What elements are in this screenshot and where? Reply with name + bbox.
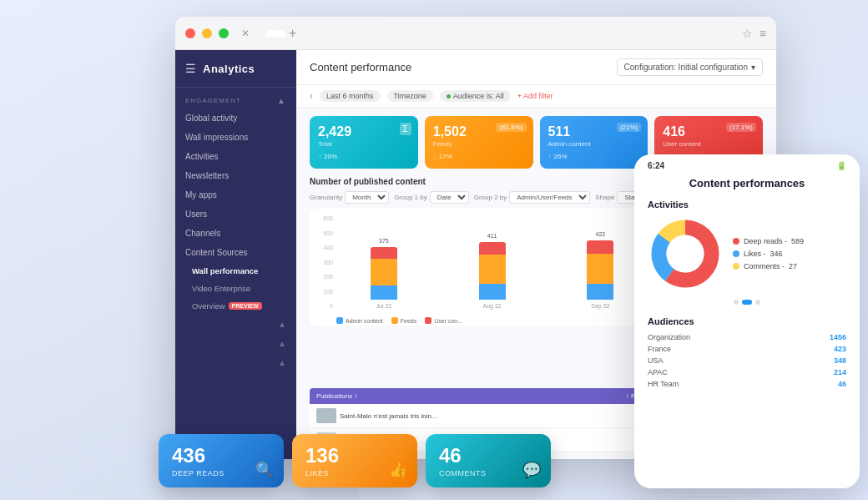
sidebar-collapse-btn[interactable]: ▲ xyxy=(175,315,296,334)
audience-hrteam-value: 46 xyxy=(838,380,846,388)
filter-bar: ‹ Last 6 months Timezone Audience is: Al… xyxy=(296,85,776,108)
minimize-dot[interactable] xyxy=(202,28,212,38)
browser-actions: ☆ ≡ xyxy=(742,27,766,40)
bottom-stat-deep-reads: 436 Deep Reads 🔍 xyxy=(159,434,284,487)
sidebar-title: Analytics xyxy=(203,63,255,75)
comments-icon: 💬 xyxy=(522,461,541,479)
mobile-battery-icon: 🔋 xyxy=(836,161,846,170)
stat-pct-feeds: (61.8%) xyxy=(496,123,526,132)
audience-row-org: Organization 1456 xyxy=(648,331,846,343)
mobile-status-bar: 6:24 🔋 xyxy=(634,154,860,174)
sidebar-item-newsletters[interactable]: Newsletters xyxy=(175,166,296,185)
chart-legend: Admin content Feeds User con... xyxy=(336,317,462,324)
filter-audience[interactable]: Audience is: All xyxy=(440,90,511,102)
sidebar-item-global-activity[interactable]: Global activity xyxy=(175,109,296,128)
sigma-icon: Σ xyxy=(400,123,411,135)
granularity-control: Granularity Month xyxy=(310,191,389,204)
stat-footer-feeds: ↓ 17% xyxy=(433,153,525,160)
svg-point-4 xyxy=(667,235,704,273)
chevron-down-icon: ▾ xyxy=(751,63,755,72)
config-button[interactable]: Configuration: Initial configuration ▾ xyxy=(617,58,763,76)
deep-reads-label: Deep reads - xyxy=(744,237,787,245)
mobile-activities-label: Activities xyxy=(634,196,860,213)
granularity-select[interactable]: Month xyxy=(345,191,389,204)
audience-usa-label: USA xyxy=(648,356,664,365)
group2-select[interactable]: Admin/User/Feeds xyxy=(509,191,590,204)
page-title: Content performance xyxy=(310,61,411,73)
arrow-down-icon: ↓ xyxy=(433,153,437,160)
sidebar-item-wall-impressions[interactable]: Wall impressions xyxy=(175,128,296,147)
close-dot[interactable] xyxy=(185,28,195,38)
stat-pct-admin: (21%) xyxy=(617,123,641,132)
bar-jul22: 375 Jul 22 xyxy=(336,238,431,309)
arrow-up-icon2: ↑ xyxy=(548,153,552,160)
comments-value: 27 xyxy=(789,262,797,270)
config-label: Configuration: Initial configuration xyxy=(624,63,748,72)
audience-row-hrteam: HR Team 46 xyxy=(648,378,846,390)
sidebar-collapse-btn2[interactable]: ▲ xyxy=(175,334,296,353)
section-collapse-icon[interactable]: ▲ xyxy=(277,96,286,105)
arrow-up-icon: ↑ xyxy=(318,153,321,160)
audience-row-apac: APAC 214 xyxy=(648,366,846,378)
table-text-1: Saint-Malo n'est jamais tris loin… xyxy=(340,412,616,420)
sidebar-collapse-btn3[interactable]: ▲ xyxy=(175,353,296,372)
audience-france-label: France xyxy=(648,345,671,353)
donut-chart xyxy=(648,216,723,291)
group1-control: Group 1 by Date xyxy=(394,191,469,204)
audience-org-label: Organization xyxy=(648,333,690,341)
likes-icon: 👍 xyxy=(389,461,407,479)
table-col-publications[interactable]: Publications ↕ xyxy=(316,392,616,400)
donut-container: Deep reads - 589 Likes - 346 Comments - … xyxy=(634,213,860,295)
maximize-dot[interactable] xyxy=(219,28,229,38)
stat-card-feeds: 1,502 Feeds (61.8%) ↓ 17% xyxy=(425,116,533,169)
deep-reads-value: 589 xyxy=(791,237,804,245)
filter-period[interactable]: Last 6 months xyxy=(320,90,381,102)
hamburger-icon[interactable]: ☰ xyxy=(185,62,196,75)
group2-control: Group 2 by Admin/User/Feeds xyxy=(474,191,591,204)
browser-chrome: ✕ + ☆ ≡ xyxy=(175,17,776,50)
sidebar-header: ☰ Analytics xyxy=(175,50,296,88)
sidebar-item-content-sources[interactable]: Content Sources xyxy=(175,243,296,262)
mobile-content-title: Content performances xyxy=(634,174,860,196)
audience-apac-value: 214 xyxy=(834,368,846,376)
sidebar-item-overview[interactable]: Overview PREVIEW xyxy=(175,297,296,315)
donut-legend: Deep reads - 589 Likes - 346 Comments - … xyxy=(733,237,804,270)
bar-stack-jul22 xyxy=(371,247,397,300)
mobile-card: 6:24 🔋 Content performances Activities D… xyxy=(634,154,860,488)
bar-aug22: 411 Aug 22 xyxy=(445,233,540,309)
add-filter-button[interactable]: + Add filter xyxy=(517,92,553,100)
sidebar-item-video-enterprise[interactable]: Video Enterprise xyxy=(175,280,296,297)
pagination-dot-3[interactable] xyxy=(755,300,760,305)
stat-number-total: 2,429 xyxy=(318,124,410,139)
filter-prev-icon[interactable]: ‹ xyxy=(310,90,313,102)
stat-card-admin: 511 Admin content (21%) ↑ 26% xyxy=(540,116,648,169)
sidebar-item-activities[interactable]: Activities xyxy=(175,147,296,166)
pagination-dot-1[interactable] xyxy=(734,300,739,305)
audiences-section: Audiences Organization 1456 France 423 U… xyxy=(634,310,860,396)
sidebar-item-channels[interactable]: Channels xyxy=(175,224,296,243)
sidebar-item-users[interactable]: Users xyxy=(175,205,296,224)
filter-timezone[interactable]: Timezone xyxy=(387,90,433,102)
mobile-time: 6:24 xyxy=(648,161,664,170)
sidebar-item-wall-performance[interactable]: Wall performance xyxy=(175,262,296,280)
legend-comments: Comments - 27 xyxy=(733,262,804,270)
sidebar-item-my-apps[interactable]: My apps xyxy=(175,185,296,205)
stat-label-total: Total xyxy=(318,140,410,148)
sidebar: ☰ Analytics ENGAGEMENT ▲ Global activity… xyxy=(175,50,296,459)
deep-reads-icon: 🔍 xyxy=(255,461,274,479)
pagination-dot-2[interactable] xyxy=(742,300,752,305)
new-tab-button[interactable]: + xyxy=(289,26,296,41)
comments-label: Comments - xyxy=(744,262,785,270)
stat-label-admin: Admin content xyxy=(548,140,640,148)
tab-close-icon[interactable]: ✕ xyxy=(239,27,252,40)
bookmark-icon[interactable]: ☆ xyxy=(742,27,753,40)
bar-stack-sep22 xyxy=(587,240,613,300)
stat-card-total: 2,429 Total Σ ↑ 20% xyxy=(310,116,418,169)
browser-menu-icon[interactable]: ≡ xyxy=(760,27,766,40)
preview-badge: PREVIEW xyxy=(229,302,262,310)
active-tab[interactable] xyxy=(265,30,285,37)
sidebar-section-engagement: ENGAGEMENT ▲ xyxy=(175,88,296,109)
group1-select[interactable]: Date xyxy=(430,191,469,204)
stat-footer-total: ↑ 20% xyxy=(318,153,410,160)
stat-label-user: User content xyxy=(663,140,754,148)
